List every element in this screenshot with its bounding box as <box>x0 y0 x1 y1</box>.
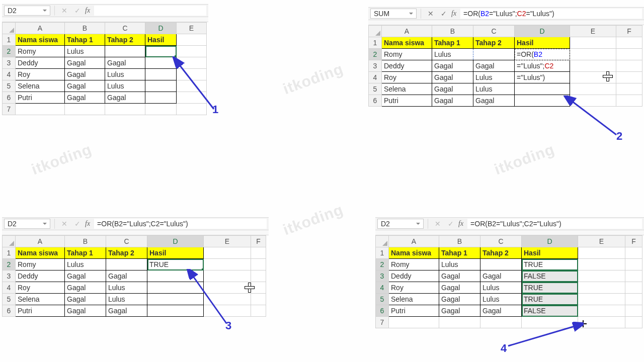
cell[interactable]: Lulus <box>480 282 522 294</box>
spreadsheet-grid[interactable]: A B C D E 1 Nama siswa Tahap 1 Tahap 2 H… <box>2 22 207 115</box>
cell[interactable]: TRUE <box>522 282 578 294</box>
cell[interactable]: Gagal <box>106 270 147 282</box>
cell[interactable] <box>515 83 570 95</box>
cell[interactable] <box>480 317 522 328</box>
cell[interactable] <box>65 104 105 115</box>
cell[interactable] <box>625 305 642 317</box>
fx-icon[interactable]: fx <box>451 10 458 18</box>
cell[interactable]: Gagal <box>65 294 106 305</box>
cell[interactable]: Roy <box>382 72 432 83</box>
cell[interactable]: Gagal <box>432 60 473 72</box>
cell[interactable]: Roy <box>389 282 439 294</box>
row-header[interactable]: 6 <box>376 305 389 317</box>
cell[interactable]: Gagal <box>432 83 473 95</box>
cell[interactable] <box>578 282 625 294</box>
cell[interactable]: Gagal <box>439 294 480 305</box>
col-header[interactable]: A <box>16 23 65 34</box>
cell[interactable] <box>204 305 251 317</box>
cell[interactable] <box>204 294 251 305</box>
row-header[interactable]: 1 <box>376 247 389 259</box>
cell[interactable] <box>625 270 642 282</box>
cell[interactable]: Hasil <box>522 247 578 259</box>
cell[interactable] <box>578 294 625 305</box>
row-header[interactable]: 4 <box>3 69 16 80</box>
cell[interactable]: Romy <box>16 46 65 57</box>
cell[interactable] <box>105 104 145 115</box>
col-header[interactable]: A <box>389 236 439 247</box>
cell[interactable] <box>177 80 207 92</box>
cell[interactable]: Roy <box>16 282 65 294</box>
formula-input[interactable]: =OR(B2="Lulus";C2="Lulus") <box>467 219 642 229</box>
row-header[interactable]: 2 <box>3 259 16 270</box>
cell[interactable]: Selena <box>16 294 65 305</box>
col-header[interactable]: E <box>570 26 616 37</box>
row-header[interactable]: 2 <box>369 49 382 60</box>
cell[interactable]: Putri <box>16 305 65 317</box>
cell[interactable] <box>570 60 616 72</box>
name-box[interactable]: D2 <box>4 219 50 229</box>
cell[interactable]: Hasil <box>147 247 204 259</box>
cell[interactable] <box>616 72 642 83</box>
cell[interactable] <box>251 294 266 305</box>
cell[interactable]: Romy <box>389 259 439 270</box>
cell[interactable] <box>147 305 204 317</box>
cell[interactable] <box>570 37 616 49</box>
fx-icon[interactable]: fx <box>85 7 92 15</box>
cell[interactable] <box>616 95 642 107</box>
cell[interactable]: Nama siswa <box>16 247 65 259</box>
row-header[interactable]: 5 <box>3 80 16 92</box>
row-header[interactable]: 6 <box>369 95 382 107</box>
cell[interactable]: Tahap 2 <box>473 37 515 49</box>
cell[interactable] <box>616 49 642 60</box>
row-header[interactable]: 3 <box>376 270 389 282</box>
cell[interactable]: TRUE <box>522 294 578 305</box>
row-header[interactable]: 5 <box>3 294 16 305</box>
cell[interactable] <box>145 80 177 92</box>
cell[interactable] <box>16 104 65 115</box>
cell[interactable]: Gagal <box>439 282 480 294</box>
cell[interactable]: Deddy <box>16 270 65 282</box>
cell[interactable]: FALSE <box>522 305 578 317</box>
cell[interactable]: Nama siswa <box>389 247 439 259</box>
cell[interactable]: Putri <box>16 92 65 104</box>
cell[interactable]: Lulus <box>105 69 145 80</box>
cell[interactable]: Gagal <box>65 80 105 92</box>
formula-input[interactable]: =OR(B2="Lulus";C2="Lulus") <box>460 9 642 19</box>
cell[interactable] <box>147 294 204 305</box>
cell[interactable]: Selena <box>382 83 432 95</box>
cell[interactable]: Gagal <box>65 270 106 282</box>
row-header[interactable]: 5 <box>369 83 382 95</box>
row-header[interactable]: 5 <box>376 294 389 305</box>
cell[interactable] <box>625 294 642 305</box>
cell[interactable]: Gagal <box>65 57 105 69</box>
col-header[interactable]: C <box>473 26 515 37</box>
spreadsheet-grid[interactable]: A B C D E F 1 Nama siswa Tahap 1 Tahap 2… <box>2 235 266 317</box>
cell[interactable] <box>145 92 177 104</box>
cell[interactable] <box>177 69 207 80</box>
cell[interactable]: Gagal <box>105 92 145 104</box>
cell[interactable] <box>177 92 207 104</box>
col-header[interactable]: B <box>65 23 105 34</box>
cell[interactable]: Tahap 2 <box>105 34 145 46</box>
cell-ref-b2[interactable]: Lulus <box>432 49 473 60</box>
cancel-icon[interactable]: ✕ <box>425 9 436 19</box>
cell[interactable] <box>625 259 642 270</box>
cell[interactable]: Gagal <box>439 305 480 317</box>
cell-selected[interactable] <box>145 46 177 57</box>
cell[interactable]: Deddy <box>382 60 432 72</box>
cell-editing[interactable]: =OR(B2 <box>515 49 570 60</box>
cell[interactable]: Tahap 1 <box>432 37 473 49</box>
cell[interactable] <box>145 69 177 80</box>
cell[interactable] <box>106 259 147 270</box>
cell[interactable]: Lulus <box>473 83 515 95</box>
name-box[interactable]: D2 <box>4 6 50 16</box>
col-header[interactable]: E <box>204 236 251 247</box>
row-header[interactable]: 1 <box>3 247 16 259</box>
cell[interactable] <box>177 57 207 69</box>
cell[interactable]: Gagal <box>473 60 515 72</box>
cell[interactable]: Gagal <box>480 305 522 317</box>
cell[interactable]: Putri <box>389 305 439 317</box>
cell[interactable] <box>578 270 625 282</box>
cell-overflow[interactable]: ="Lulus") <box>515 72 570 83</box>
row-header[interactable]: 2 <box>3 46 16 57</box>
